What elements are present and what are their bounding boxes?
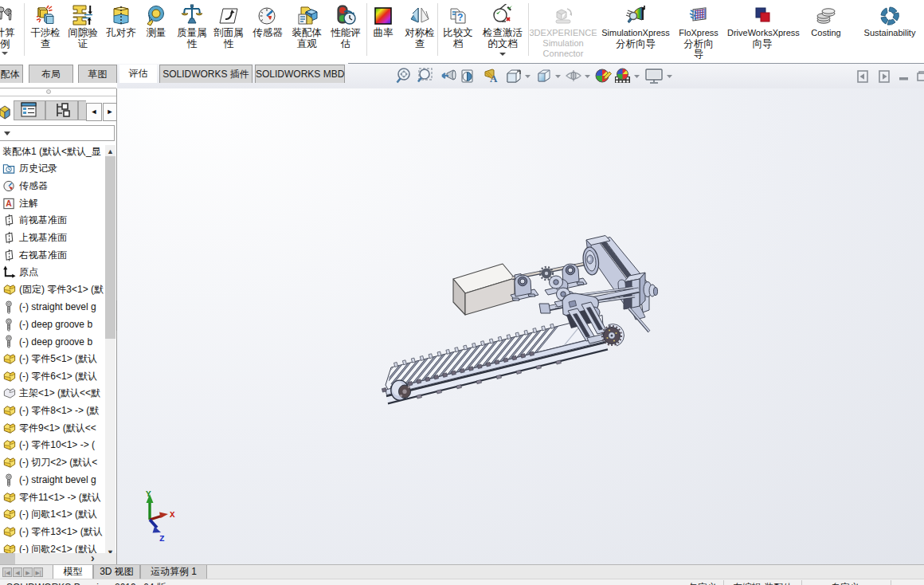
- svg-text:Y: Y: [146, 489, 151, 499]
- svg-text:X: X: [170, 510, 175, 520]
- svg-text:Z: Z: [159, 534, 165, 544]
- svg-text:A: A: [490, 73, 498, 84]
- svg-text:?: ?: [457, 12, 463, 23]
